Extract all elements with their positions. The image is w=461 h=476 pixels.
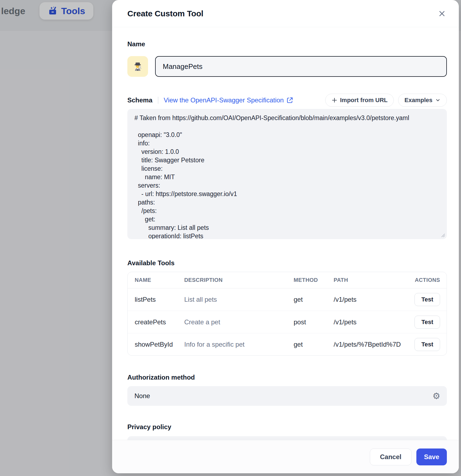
column-header-path: PATH <box>334 277 410 283</box>
authorization-method-value: None <box>134 392 150 400</box>
privacy-policy-label: Privacy policy <box>127 423 447 431</box>
authorization-method-field[interactable]: None ⚙ <box>127 386 447 406</box>
column-header-actions: ACTIONS <box>415 277 440 283</box>
tool-path-cell: /v1/pets <box>334 296 410 303</box>
tool-method-cell: get <box>294 296 334 303</box>
modal-header: Create Custom Tool <box>112 0 459 27</box>
schema-textarea[interactable]: # Taken from https://github.com/OAI/Open… <box>127 109 447 239</box>
table-row: showPetById Info for a specific pet get … <box>128 333 447 355</box>
create-custom-tool-modal: Create Custom Tool Name <box>112 0 459 473</box>
test-button[interactable]: Test <box>414 293 440 306</box>
openapi-spec-link[interactable]: View the OpenAPI-Swagger Specification <box>164 96 293 104</box>
save-button[interactable]: Save <box>416 448 447 465</box>
authorization-method-label: Authorization method <box>127 373 447 382</box>
tool-path-cell: /v1/pets <box>334 318 410 326</box>
available-tools-table: NAME DESCRIPTION METHOD PATH ACTIONS lis… <box>127 272 447 356</box>
name-label: Name <box>127 40 447 48</box>
test-button[interactable]: Test <box>414 316 440 329</box>
test-button[interactable]: Test <box>414 338 440 351</box>
tool-method-cell: post <box>294 318 334 326</box>
tool-name-cell: createPets <box>135 318 184 326</box>
vertical-divider <box>158 97 158 104</box>
tool-description-cell: Create a pet <box>184 318 294 326</box>
plus-icon <box>331 97 337 103</box>
tool-description-cell: Info for a specific pet <box>184 341 294 348</box>
table-header-row: NAME DESCRIPTION METHOD PATH ACTIONS <box>128 272 447 288</box>
schema-code-text: # Taken from https://github.com/OAI/Open… <box>134 114 440 239</box>
column-header-description: DESCRIPTION <box>184 277 294 283</box>
available-tools-label: Available Tools <box>127 259 447 267</box>
gear-icon[interactable]: ⚙ <box>432 392 440 400</box>
modal-body: Name <box>112 27 459 473</box>
tool-path-cell: /v1/pets/%7BpetId%7D <box>334 341 410 348</box>
modal-footer: Cancel Save <box>112 440 459 473</box>
chevron-down-icon <box>435 97 441 103</box>
resize-handle-icon[interactable] <box>441 233 445 237</box>
detective-emoji-icon <box>132 61 143 72</box>
modal-title: Create Custom Tool <box>127 9 203 18</box>
column-header-method: METHOD <box>294 277 334 283</box>
schema-label: Schema <box>127 96 152 105</box>
external-link-icon <box>287 97 293 103</box>
tool-icon-picker[interactable] <box>127 56 148 77</box>
table-row: listPets List all pets get /v1/pets Test <box>128 288 447 311</box>
close-icon <box>438 10 446 18</box>
schema-header-row: Schema View the OpenAPI-Swagger Specific… <box>127 94 447 107</box>
import-from-url-button[interactable]: Import from URL <box>325 94 394 107</box>
cancel-button[interactable]: Cancel <box>370 448 411 465</box>
column-header-name: NAME <box>135 277 184 283</box>
close-button[interactable] <box>436 8 448 20</box>
name-row <box>127 56 447 77</box>
tool-description-cell: List all pets <box>184 296 294 303</box>
tool-name-cell: listPets <box>135 296 184 303</box>
tool-method-cell: get <box>294 341 334 348</box>
examples-dropdown-button[interactable]: Examples <box>398 94 447 107</box>
tool-name-cell: showPetById <box>135 341 184 348</box>
tool-name-input[interactable] <box>155 56 447 77</box>
table-row: createPets Create a pet post /v1/pets Te… <box>128 311 447 333</box>
